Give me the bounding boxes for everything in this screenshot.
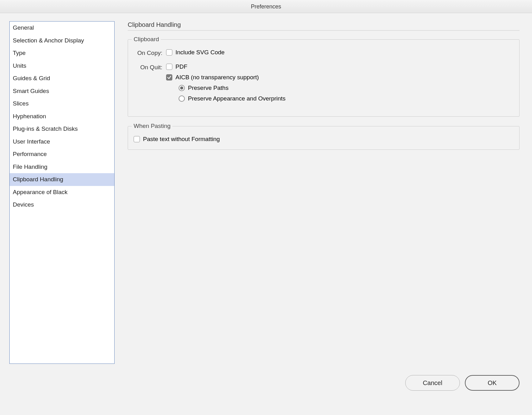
paste-without-formatting-label: Paste text without Formatting xyxy=(143,136,220,143)
sidebar-item-units[interactable]: Units xyxy=(10,60,114,72)
sidebar-item-plugins-scratch[interactable]: Plug-ins & Scratch Disks xyxy=(10,123,114,135)
sidebar-item-user-interface[interactable]: User Interface xyxy=(10,135,114,148)
on-quit-row: On Quit: PDF AICB (no transparency suppo… xyxy=(134,63,514,106)
sidebar-item-label: Hyphenation xyxy=(13,113,46,120)
pane-title: Clipboard Handling xyxy=(128,21,520,30)
pdf-checkbox[interactable] xyxy=(166,64,172,70)
window-title: Preferences xyxy=(0,0,532,13)
cancel-button[interactable]: Cancel xyxy=(405,375,460,391)
preserve-paths-radio[interactable] xyxy=(179,85,185,91)
sidebar-item-clipboard-handling[interactable]: Clipboard Handling xyxy=(10,173,114,186)
sidebar-item-label: General xyxy=(13,24,34,31)
ok-button[interactable]: OK xyxy=(465,375,520,391)
sidebar-item-label: File Handling xyxy=(13,164,47,170)
preserve-appearance-radio[interactable] xyxy=(179,95,185,102)
main-pane: Clipboard Handling Clipboard On Copy: In… xyxy=(115,21,523,372)
aicb-radio-group: Preserve Paths Preserve Appearance and O… xyxy=(166,85,514,102)
sidebar-item-label: Devices xyxy=(13,201,34,208)
sidebar-item-label: Plug-ins & Scratch Disks xyxy=(13,125,78,132)
sidebar-item-general[interactable]: General xyxy=(10,22,114,34)
paste-without-formatting-option[interactable]: Paste text without Formatting xyxy=(134,136,514,143)
sidebar-item-label: Units xyxy=(13,62,26,69)
sidebar-item-performance[interactable]: Performance xyxy=(10,148,114,161)
include-svg-option[interactable]: Include SVG Code xyxy=(166,49,514,56)
sidebar-item-smart-guides[interactable]: Smart Guides xyxy=(10,85,114,98)
sidebar-item-type[interactable]: Type xyxy=(10,47,114,60)
sidebar-item-label: Smart Guides xyxy=(13,88,49,94)
clipboard-fieldset: Clipboard On Copy: Include SVG Code On Q… xyxy=(128,39,520,117)
dialog-footer: Cancel OK xyxy=(0,375,532,400)
sidebar-item-label: Type xyxy=(13,50,26,56)
sidebar-item-file-handling[interactable]: File Handling xyxy=(10,161,114,173)
pdf-option[interactable]: PDF xyxy=(166,63,514,70)
on-copy-label: On Copy: xyxy=(134,49,166,56)
preserve-paths-label: Preserve Paths xyxy=(188,85,229,91)
sidebar-item-label: Guides & Grid xyxy=(13,75,50,81)
sidebar-item-label: Clipboard Handling xyxy=(13,176,63,183)
paste-without-formatting-checkbox[interactable] xyxy=(134,136,140,142)
sidebar-item-guides-grid[interactable]: Guides & Grid xyxy=(10,72,114,85)
sidebar-item-label: Slices xyxy=(13,100,29,107)
aicb-option[interactable]: AICB (no transparency support) xyxy=(166,74,514,81)
sidebar-item-label: User Interface xyxy=(13,138,50,145)
pdf-label: PDF xyxy=(175,63,187,70)
include-svg-checkbox[interactable] xyxy=(166,49,172,56)
clipboard-legend: Clipboard xyxy=(132,36,161,43)
sidebar-item-label: Performance xyxy=(13,151,47,157)
sidebar-item-hyphenation[interactable]: Hyphenation xyxy=(10,110,114,123)
preserve-appearance-label: Preserve Appearance and Overprints xyxy=(188,95,286,102)
pane-title-divider xyxy=(128,30,520,31)
when-pasting-fieldset: When Pasting Paste text without Formatti… xyxy=(128,126,520,150)
sidebar-item-label: Selection & Anchor Display xyxy=(13,37,84,44)
sidebar-item-appearance-black[interactable]: Appearance of Black xyxy=(10,186,114,199)
sidebar-item-slices[interactable]: Slices xyxy=(10,97,114,110)
preferences-sidebar: General Selection & Anchor Display Type … xyxy=(9,21,115,364)
sidebar-item-label: Appearance of Black xyxy=(13,189,67,195)
aicb-checkbox[interactable] xyxy=(166,74,172,81)
when-pasting-legend: When Pasting xyxy=(132,123,172,129)
aicb-label: AICB (no transparency support) xyxy=(175,74,259,81)
preserve-paths-option[interactable]: Preserve Paths xyxy=(179,85,514,91)
sidebar-item-selection-anchor[interactable]: Selection & Anchor Display xyxy=(10,34,114,47)
content-area: General Selection & Anchor Display Type … xyxy=(0,13,532,375)
on-copy-row: On Copy: Include SVG Code xyxy=(134,49,514,60)
on-quit-label: On Quit: xyxy=(134,63,166,71)
preserve-appearance-option[interactable]: Preserve Appearance and Overprints xyxy=(179,95,514,102)
sidebar-item-devices[interactable]: Devices xyxy=(10,198,114,211)
include-svg-label: Include SVG Code xyxy=(175,49,224,56)
